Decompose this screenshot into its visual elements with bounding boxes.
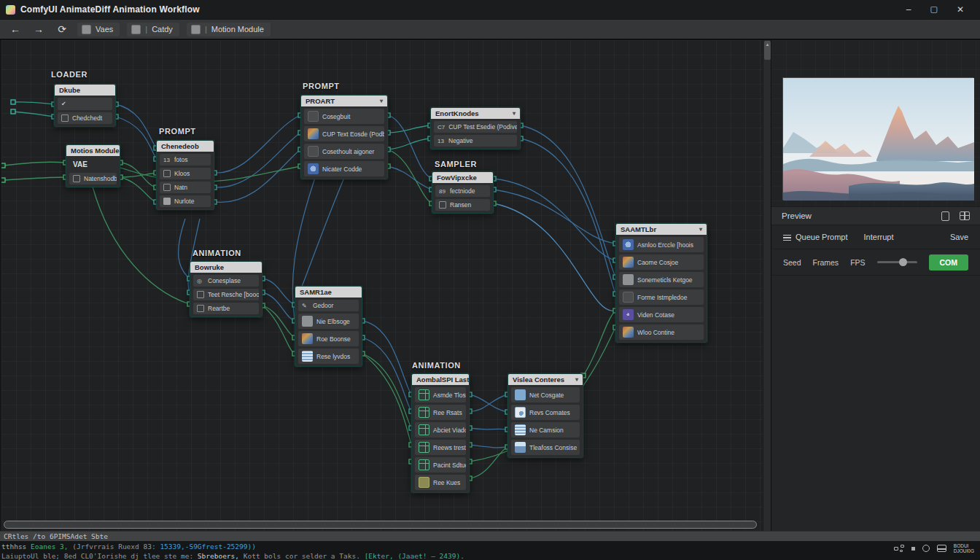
toolbar-item-catdy[interactable]: | Catdy: [127, 23, 179, 36]
square-indicator-icon[interactable]: [911, 547, 915, 551]
node-row[interactable]: Nicater Codde: [304, 161, 384, 176]
node-row[interactable]: Roe Boonse: [298, 331, 359, 346]
node-dkube[interactable]: Dkube ✔ Chedchedt: [54, 84, 116, 127]
node-row[interactable]: Tleafoss Consise: [511, 440, 580, 455]
node-row[interactable]: CUP Text Eosde (Podbre): [304, 126, 384, 141]
node-row[interactable]: Nie Elbsoge: [298, 314, 359, 329]
node-row[interactable]: Wloo Contine: [619, 324, 704, 340]
node-row[interactable]: Cosethoult aigoner: [304, 144, 384, 159]
node-row[interactable]: Kloos: [160, 168, 211, 179]
node-saamtlbr[interactable]: SAAMTLbr▾ Asnloo Erccle [hoois Caome Cos…: [615, 223, 707, 343]
toolbar-item-motion-module[interactable]: | Motion Module: [187, 23, 271, 36]
node-enortknodes[interactable]: EnortKnodes▾ C7CUP Test Esedie (Podive) …: [430, 107, 521, 149]
node-samr1ae[interactable]: SAMR1ae ✎Gedoor Nie Elbsoge Roe Boonse R…: [295, 286, 362, 367]
save-button[interactable]: Save: [950, 233, 968, 241]
checkbox-checked-icon[interactable]: [163, 198, 171, 205]
node-row[interactable]: Natn: [160, 182, 211, 193]
workflow-nodes-icon[interactable]: [894, 545, 904, 552]
node-row[interactable]: 13Negative: [434, 135, 517, 147]
node-row[interactable]: 13fotos: [160, 154, 211, 166]
node-title-bar[interactable]: Bowruke: [190, 262, 262, 273]
chevron-down-icon[interactable]: ▾: [575, 376, 578, 383]
node-fowvipxcke[interactable]: FowVipxcke 89fectniode Ransen: [432, 171, 494, 214]
node-title-bar[interactable]: FowVipxcke: [432, 172, 493, 183]
node-vislea-conteres[interactable]: Vislea Conteres▾ Net Cosgate Revs Comate…: [508, 373, 583, 458]
node-row[interactable]: Abciet Viadoe: [415, 422, 466, 438]
node-graph-canvas[interactable]: LOADER PROMPT PROMPT SAMPLER ANIMATION A…: [0, 40, 763, 531]
checkbox-icon[interactable]: [163, 170, 171, 177]
checkbox-icon[interactable]: [197, 291, 204, 298]
back-icon[interactable]: ←: [7, 24, 23, 34]
node-row[interactable]: Caome Cosjoe: [619, 254, 704, 270]
node-row[interactable]: ✎Gedoor: [298, 300, 359, 311]
node-row[interactable]: ◎Conesplase: [193, 275, 259, 287]
horizontal-scrollbar[interactable]: [4, 521, 757, 529]
chevron-down-icon[interactable]: ▾: [513, 110, 516, 117]
chevron-down-icon[interactable]: ▾: [380, 98, 383, 104]
node-row[interactable]: Teet Resche [booo]: [193, 289, 259, 300]
node-row[interactable]: Forme Istmpledoe: [619, 289, 704, 305]
node-row[interactable]: ✔: [58, 98, 112, 110]
node-row[interactable]: Reews trest: [415, 440, 466, 455]
node-row[interactable]: Nurlote: [160, 195, 211, 207]
checkbox-icon[interactable]: [61, 114, 69, 122]
node-title-bar[interactable]: Chenedeob: [157, 141, 214, 152]
node-row[interactable]: Revs Comates: [511, 405, 580, 420]
node-row[interactable]: Ree Rsats: [415, 405, 466, 420]
gear-icon[interactable]: [922, 545, 930, 552]
node-row[interactable]: Ree Kues: [415, 475, 466, 490]
node-row[interactable]: Natenshodba: [69, 173, 117, 184]
grid-layout-icon[interactable]: [960, 211, 970, 220]
node-title-bar[interactable]: Vislea Conteres▾: [508, 374, 583, 385]
frames-label[interactable]: Frames: [813, 258, 839, 267]
node-row[interactable]: Ne Camsion: [511, 422, 580, 438]
node-row[interactable]: Pacint Sdtuen: [415, 457, 466, 472]
vertical-scrollbar[interactable]: ▲: [763, 40, 771, 531]
node-title-bar[interactable]: EnortKnodes▾: [431, 108, 520, 119]
node-motios-module[interactable]: Motios Module VAE Natenshodba: [66, 144, 120, 187]
checkbox-icon[interactable]: [73, 175, 80, 182]
slider-thumb[interactable]: [899, 258, 907, 266]
interrupt-button[interactable]: Interrupt: [864, 233, 894, 241]
node-row[interactable]: 89fectniode: [435, 185, 490, 197]
monitor-icon[interactable]: [937, 545, 946, 552]
node-row[interactable]: Net Cosgate: [511, 387, 580, 402]
checkbox-icon[interactable]: [197, 305, 204, 312]
node-proart[interactable]: PROART▾ Cosegbuit CUP Text Eosde (Podbre…: [300, 95, 388, 179]
node-row[interactable]: Viden Cotase: [619, 307, 704, 322]
scrollbar-thumb[interactable]: ▲: [764, 41, 771, 60]
seed-label[interactable]: Seed: [783, 258, 801, 267]
node-row[interactable]: Rese lyvdos: [298, 349, 359, 364]
fps-slider[interactable]: [877, 261, 917, 263]
node-chenedeob[interactable]: Chenedeob 13fotos Kloos Natn Nurlote: [156, 140, 214, 210]
minimize-icon[interactable]: –: [906, 4, 911, 15]
forward-icon[interactable]: →: [31, 24, 47, 34]
node-row[interactable]: Cosegbuit: [304, 109, 384, 124]
node-row[interactable]: C7CUP Test Esedie (Podive): [434, 121, 517, 133]
node-bowruke[interactable]: Bowruke ◎Conesplase Teet Resche [booo] R…: [190, 261, 262, 317]
node-row[interactable]: Ransen: [435, 199, 490, 211]
close-icon[interactable]: ✕: [957, 4, 964, 15]
checkbox-icon[interactable]: [163, 184, 171, 191]
queue-prompt-button[interactable]: Queue Prompt: [783, 233, 848, 241]
generate-button[interactable]: COM: [929, 254, 969, 271]
maximize-icon[interactable]: ▢: [930, 4, 938, 15]
chevron-down-icon[interactable]: ▾: [699, 226, 702, 233]
checkbox-icon[interactable]: [439, 201, 446, 209]
node-title-bar[interactable]: Motios Module: [66, 145, 120, 156]
node-row[interactable]: Sonemeticls Ketgoe: [619, 272, 704, 287]
node-row[interactable]: Asnloo Erccle [hoois: [619, 237, 704, 252]
node-row[interactable]: Asmde Tlosdes: [415, 387, 466, 402]
toolbar-item-vaes[interactable]: Vaes: [77, 23, 120, 36]
refresh-icon[interactable]: ⟳: [54, 24, 70, 34]
node-title-bar[interactable]: Dkube: [55, 85, 115, 96]
node-title-bar[interactable]: SAAMTLbr▾: [616, 224, 707, 235]
node-row[interactable]: VAE: [69, 158, 117, 171]
node-title-bar[interactable]: PROART▾: [301, 96, 387, 106]
node-aombalspi-laster[interactable]: AombalSPI Laster Asmde Tlosdes Ree Rsats…: [411, 373, 470, 493]
node-title-bar[interactable]: SAMR1ae: [295, 287, 362, 298]
node-title-bar[interactable]: AombalSPI Laster: [412, 374, 469, 385]
node-row[interactable]: Chedchedt: [58, 112, 112, 124]
node-row[interactable]: Reartbe: [193, 303, 259, 314]
copy-icon[interactable]: [941, 211, 949, 221]
